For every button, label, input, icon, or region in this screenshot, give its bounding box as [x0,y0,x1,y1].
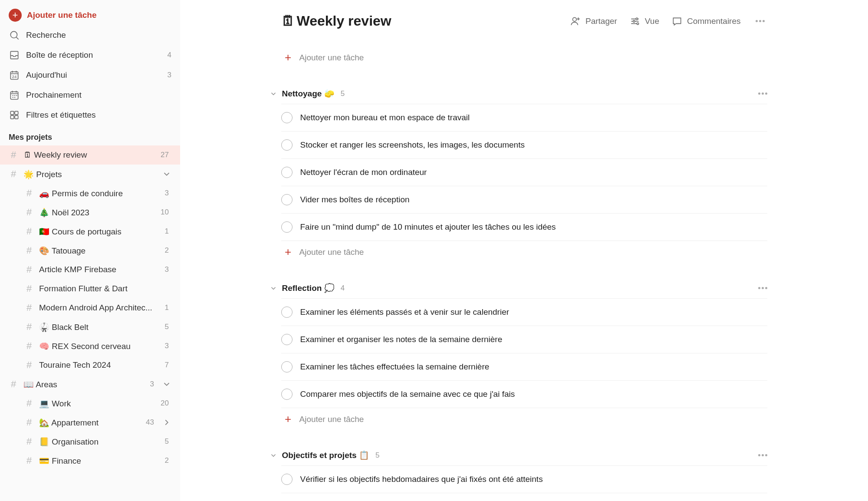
task-label: Nettoyer mon bureau et mon espace de tra… [300,113,767,122]
task-checkbox[interactable] [281,112,293,123]
project-item[interactable]: #🏡 Appartement43 [0,413,180,432]
hash-icon: # [24,207,34,218]
plus-icon: + [283,412,293,426]
task-checkbox[interactable] [281,139,293,151]
project-label: Touraine Tech 2024 [39,360,160,370]
task-row[interactable]: Vider mes boîtes de réception [281,186,767,214]
task-label: Vider mes boîtes de réception [300,195,767,204]
hash-icon: # [24,436,34,447]
project-count: 1 [165,227,169,236]
section: Nettoyage 🧽5Nettoyer mon bureau et mon e… [281,89,767,263]
project-item[interactable]: #🎨 Tatouage2 [0,241,180,260]
chevron-down-icon[interactable] [269,90,278,98]
task-checkbox[interactable] [281,474,293,485]
task-row[interactable]: Examiner les tâches effectuées la semain… [281,353,767,381]
project-item[interactable]: #💳 Finance2 [0,451,180,470]
task-row[interactable]: Stocker et ranger les screenshots, les i… [281,132,767,159]
svg-point-9 [636,18,638,20]
project-item[interactable]: #Touraine Tech 20247 [0,356,180,375]
svg-rect-7 [15,115,18,119]
comments-button[interactable]: Commentaires [671,16,741,27]
task-checkbox[interactable] [281,389,293,400]
nav-item-inbox[interactable]: Boîte de réception4 [0,45,180,65]
project-item[interactable]: #🧠 REX Second cerveau3 [0,336,180,356]
chevron-down-icon[interactable] [162,379,171,389]
filters-icon [9,109,20,121]
task-label: Examiner les éléments passés et à venir … [300,307,767,317]
add-task-button[interactable]: + Ajouter une tâche [0,5,180,25]
task-row[interactable]: Comparer mes objectifs de la semaine ave… [281,381,767,408]
project-item[interactable]: #🚗 Permis de conduire3 [0,184,180,203]
section-title: Nettoyage 🧽 [282,89,335,99]
projects-header: Mes projets [0,125,180,145]
task-label: Examiner les tâches effectuées la semain… [300,362,767,372]
svg-point-0 [10,31,17,38]
hash-icon: # [24,321,34,333]
project-item[interactable]: #Formation Flutter & Dart [0,279,180,298]
svg-rect-6 [10,115,14,119]
section-count: 4 [341,284,345,293]
search-icon [9,30,20,41]
task-checkbox[interactable] [281,307,293,318]
project-item[interactable]: #💻 Work20 [0,394,180,413]
nav-item-today[interactable]: 24Aujourd'hui3 [0,65,180,85]
task-checkbox[interactable] [281,334,293,345]
add-task-inline[interactable]: +Ajouter une tâche [283,408,767,430]
task-row[interactable]: Faire un "mind dump" de 10 minutes et aj… [281,214,767,241]
project-item[interactable]: #📖 Areas3 [0,375,180,394]
hash-icon: # [24,359,34,371]
project-count: 3 [165,189,169,198]
task-checkbox[interactable] [281,194,293,205]
project-item[interactable]: #🌟 Projets [0,165,180,184]
chevron-down-icon[interactable] [269,452,278,459]
task-label: Examiner et organiser les notes de la se… [300,335,767,344]
project-item[interactable]: #🥋 Black Belt5 [0,317,180,336]
comment-icon [671,16,683,27]
svg-rect-4 [10,111,14,115]
sidebar: + Ajouter une tâche RechercheBoîte de ré… [0,0,180,501]
project-label: 💳 Finance [39,456,160,466]
project-item[interactable]: #🎄 Noël 202310 [0,203,180,222]
nav-item-search[interactable]: Recherche [0,25,180,45]
project-item[interactable]: #🇵🇹 Cours de portugais1 [0,222,180,241]
add-task-inline[interactable]: +Ajouter une tâche [283,241,767,263]
view-button[interactable]: Vue [629,16,659,27]
task-row[interactable]: Vérifier si les objectifs hebdomadaires … [281,466,767,493]
project-item[interactable]: #🗓 Weekly review27 [0,145,180,165]
task-checkbox[interactable] [281,167,293,178]
task-label: Comparer mes objectifs de la semaine ave… [300,389,767,399]
add-task-label: Ajouter une tâche [299,247,364,257]
section-more-button[interactable] [758,287,767,289]
nav-item-filters[interactable]: Filtres et étiquettes [0,105,180,125]
add-task-label: Ajouter une tâche [299,415,364,424]
project-label: 🗓 Weekly review [23,150,155,160]
add-task-inline[interactable]: + Ajouter une tâche [283,46,767,69]
chevron-down-icon[interactable] [269,284,278,292]
section-title: Objectifs et projets 📋 [282,450,369,460]
project-count: 27 [161,151,169,159]
chevron-down-icon[interactable] [162,169,171,179]
project-item[interactable]: #Modern Android App Architec...1 [0,298,180,317]
task-row[interactable]: Nettoyer mon bureau et mon espace de tra… [281,104,767,132]
project-item[interactable]: #Article KMP Firebase3 [0,260,180,279]
chevron-right-icon[interactable] [162,418,171,427]
task-checkbox[interactable] [281,361,293,372]
share-button[interactable]: Partager [570,16,617,27]
task-checkbox[interactable] [281,221,293,233]
task-row[interactable]: Examiner et organiser les notes de la se… [281,326,767,353]
project-count: 3 [165,265,169,274]
task-row[interactable]: Examiner les éléments passés et à venir … [281,299,767,326]
project-item[interactable]: #📒 Organisation5 [0,432,180,451]
task-row[interactable]: Nettoyer l'écran de mon ordinateur [281,159,767,186]
project-count: 3 [165,342,169,350]
nav-label: Aujourd'hui [26,70,161,80]
section-more-button[interactable] [758,92,767,95]
project-count: 43 [146,418,154,427]
nav-item-upcoming[interactable]: Prochainement [0,85,180,105]
project-label: 🎄 Noël 2023 [39,208,155,218]
more-button[interactable] [753,17,767,25]
hash-icon: # [9,149,18,161]
page-title: 🗓 Weekly review [281,13,391,29]
section-more-button[interactable] [758,454,767,456]
project-label: Article KMP Firebase [39,265,160,274]
